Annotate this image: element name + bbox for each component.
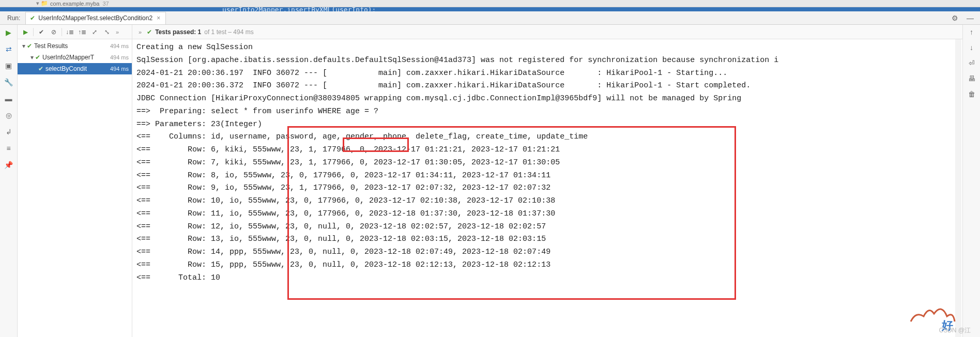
console-line: <== Row: 15, ppp, 555www, 23, 0, null, 0… bbox=[136, 259, 958, 272]
project-crumb: ▾ 📁 com.example.myba 37 bbox=[0, 0, 980, 7]
wrench-icon[interactable]: 🔧 bbox=[4, 78, 13, 87]
console-output[interactable]: Creating a new SqlSessionSqlSession [org… bbox=[132, 39, 962, 337]
tests-passed-detail: of 1 test – 494 ms bbox=[204, 28, 253, 36]
console-line: ==> Parameters: 23(Integer) bbox=[136, 118, 958, 131]
run-tab-bar: Run: ✔ UserInfo2MapperTest.selectByCondi… bbox=[0, 11, 980, 25]
filter-ignored-icon[interactable]: ⊘ bbox=[48, 27, 59, 37]
thread-dump-icon[interactable]: ▬ bbox=[4, 94, 13, 103]
console-line: <== Row: 14, ppp, 555www, 23, 0, null, 0… bbox=[136, 246, 958, 259]
sort-icon[interactable]: ↓≣ bbox=[64, 27, 75, 37]
tree-label: UserInfo2MapperT bbox=[42, 54, 110, 61]
chevron-right-icon[interactable]: » bbox=[136, 29, 144, 35]
expand-icon[interactable]: ⤢ bbox=[89, 27, 100, 37]
console-line: <== Total: 10 bbox=[136, 272, 958, 285]
run-icon: ✔ bbox=[30, 14, 35, 22]
console-toolbar: » ✔ Tests passed: 1 of 1 test – 494 ms bbox=[132, 25, 962, 39]
console-line: 2024-01-21 20:00:36.372 INFO 36072 --- [… bbox=[136, 80, 958, 93]
console-line: 2024-01-21 20:00:36.197 INFO 36072 --- [… bbox=[136, 67, 958, 80]
scroll-up-icon[interactable]: ↑ bbox=[970, 28, 973, 36]
line-number: 37 bbox=[102, 1, 109, 7]
console-line: <== Row: 13, io, 555www, 23, 0, null, 0,… bbox=[136, 233, 958, 246]
console-line: <== Row: 10, io, 555www, 23, 0, 177966, … bbox=[136, 195, 958, 208]
vertical-scrollbar[interactable] bbox=[955, 39, 961, 337]
close-icon[interactable]: × bbox=[156, 14, 161, 22]
console-line: <== Row: 8, io, 555www, 23, 0, 177966, 0… bbox=[136, 170, 958, 182]
run-tests-icon[interactable]: ▶ bbox=[20, 27, 31, 37]
tree-duration: 494 ms bbox=[110, 54, 129, 60]
soft-wrap-icon[interactable]: ⏎ bbox=[969, 59, 975, 67]
pin-icon[interactable]: 📌 bbox=[4, 160, 13, 170]
console-line: <== Row: 7, kiki, 555www, 23, 1, 177966,… bbox=[136, 157, 958, 170]
console-line: JDBC Connection [HikariProxyConnection@3… bbox=[136, 93, 958, 105]
console-line: SqlSession [org.apache.ibatis.session.de… bbox=[136, 54, 958, 67]
gear-icon[interactable]: ⚙ bbox=[947, 14, 962, 22]
folder-icon: ▾ 📁 bbox=[36, 0, 48, 7]
tree-label: Test Results bbox=[34, 42, 110, 50]
test-tree: ▾ ✔ Test Results 494 ms ▾ ✔ UserInfo2Map… bbox=[18, 39, 132, 337]
editor-snippet: userInfo2Mapper.insertByXML(userInfo); bbox=[222, 7, 376, 11]
console-line: ==> Preparing: select * from userinfo WH… bbox=[136, 105, 958, 118]
check-icon: ✔ bbox=[38, 65, 43, 72]
console-line: <== Columns: id, username, password, age… bbox=[136, 131, 958, 144]
run-label: Run: bbox=[2, 14, 25, 22]
chevron-down-icon: ▾ bbox=[29, 54, 35, 61]
rerun-icon[interactable]: ▶ bbox=[4, 28, 13, 37]
console-panel: » ✔ Tests passed: 1 of 1 test – 494 ms C… bbox=[132, 25, 962, 337]
tree-label: selectByCondit bbox=[45, 65, 110, 72]
right-gutter: ↑ ↓ ⏎ 🖶 🗑 bbox=[962, 25, 980, 337]
check-icon: ✔ bbox=[35, 54, 40, 61]
project-path: com.example.myba bbox=[50, 1, 99, 7]
tab-title: UserInfo2MapperTest.selectByCondition2 bbox=[38, 14, 152, 22]
tree-method[interactable]: ✔ selectByCondit 494 ms bbox=[18, 63, 132, 74]
layout-icon[interactable]: ≡ bbox=[4, 144, 13, 153]
chevron-right-icon[interactable]: » bbox=[114, 29, 121, 35]
tree-root[interactable]: ▾ ✔ Test Results 494 ms bbox=[18, 40, 132, 52]
exit-icon[interactable]: ↲ bbox=[4, 127, 13, 136]
console-line: Creating a new SqlSession bbox=[136, 41, 958, 54]
camera-icon[interactable]: ◎ bbox=[4, 111, 13, 120]
print-icon[interactable]: 🖶 bbox=[968, 74, 975, 83]
stop-icon[interactable]: ▣ bbox=[4, 61, 13, 70]
collapse-icon[interactable]: ⤡ bbox=[101, 27, 113, 37]
tests-passed-count: Tests passed: 1 bbox=[155, 28, 201, 36]
test-tree-panel: ▶ ✔ ⊘ ↓≣ ↑≣ ⤢ ⤡ » ▾ ✔ Test Results 494 m… bbox=[18, 25, 132, 337]
run-config-tab[interactable]: ✔ UserInfo2MapperTest.selectByCondition2… bbox=[25, 12, 166, 24]
check-icon: ✔ bbox=[27, 42, 32, 50]
left-gutter: ▶ ⇄ ▣ 🔧 ▬ ◎ ↲ ≡ 📌 bbox=[0, 25, 18, 337]
chevron-down-icon: ▾ bbox=[21, 42, 27, 50]
hide-icon[interactable]: — bbox=[962, 14, 978, 22]
sort-alpha-icon[interactable]: ↑≣ bbox=[76, 27, 88, 37]
tree-class[interactable]: ▾ ✔ UserInfo2MapperT 494 ms bbox=[18, 52, 132, 63]
console-line: <== Row: 12, io, 555www, 23, 0, null, 0,… bbox=[136, 221, 958, 234]
scroll-down-icon[interactable]: ↓ bbox=[970, 43, 973, 52]
editor-band: userInfo2Mapper.insertByXML(userInfo); bbox=[0, 7, 980, 11]
console-line: <== Row: 9, io, 555www, 23, 1, 177966, 0… bbox=[136, 182, 958, 195]
tests-status-bar: » ✔ Tests passed: 1 of 1 test – 494 ms bbox=[132, 25, 962, 39]
clear-icon[interactable]: 🗑 bbox=[968, 90, 975, 98]
console-line: <== Row: 6, kiki, 555www, 23, 1, 177966,… bbox=[136, 144, 958, 157]
toggle-icon[interactable]: ⇄ bbox=[4, 44, 13, 54]
console-line: <== Row: 11, io, 555www, 23, 0, 177966, … bbox=[136, 208, 958, 221]
tree-duration: 494 ms bbox=[110, 43, 129, 49]
test-toolbar: ▶ ✔ ⊘ ↓≣ ↑≣ ⤢ ⤡ » bbox=[18, 25, 132, 39]
check-icon: ✔ bbox=[147, 28, 152, 36]
tree-duration: 494 ms bbox=[110, 66, 129, 72]
filter-passed-icon[interactable]: ✔ bbox=[36, 27, 47, 37]
